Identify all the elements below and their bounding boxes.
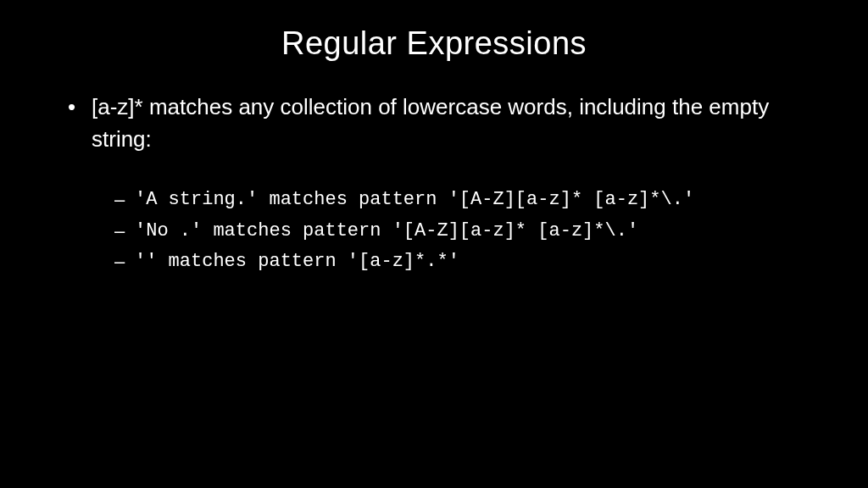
sub-bullet-list: 'A string.' matches pattern '[A-Z][a-z]*… (68, 185, 826, 277)
slide-container: Regular Expressions [a-z]* matches any c… (0, 0, 868, 488)
main-bullet-list: [a-z]* matches any collection of lowerca… (68, 92, 826, 155)
slide-content: [a-z]* matches any collection of lowerca… (42, 92, 826, 277)
main-bullet-item: [a-z]* matches any collection of lowerca… (68, 92, 826, 155)
slide-title: Regular Expressions (42, 25, 826, 62)
sub-bullet-item: 'No .' matches pattern '[A-Z][a-z]* [a-z… (114, 216, 826, 247)
sub-bullet-item: '' matches pattern '[a-z]*.*' (114, 247, 826, 277)
sub-bullet-item: 'A string.' matches pattern '[A-Z][a-z]*… (114, 185, 826, 215)
